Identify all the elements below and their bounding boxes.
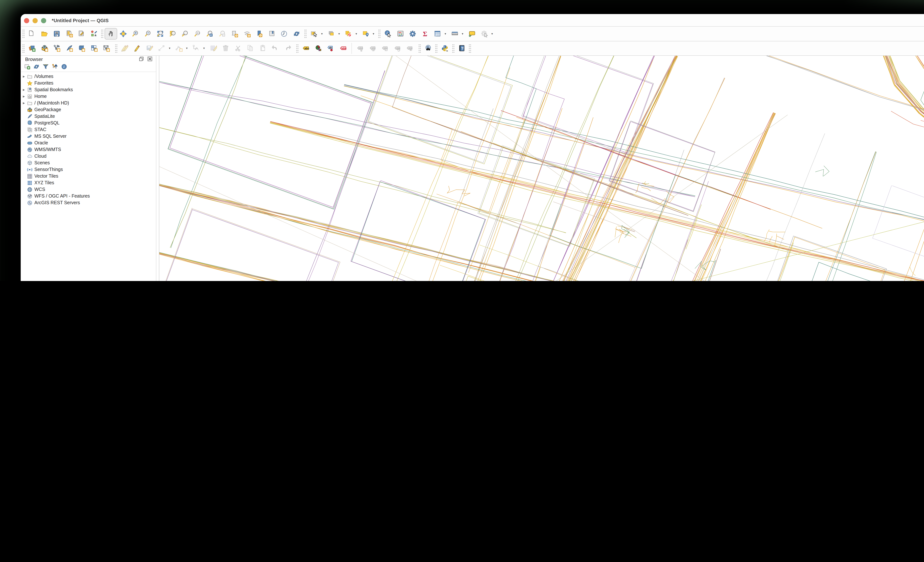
svg-text:i: i: [63, 65, 64, 69]
svg-text:a: a: [94, 33, 96, 37]
svg-text:abc: abc: [408, 47, 413, 49]
svg-text:1:1: 1:1: [196, 32, 200, 34]
svg-text:Σ: Σ: [423, 30, 427, 37]
svg-text:abc: abc: [371, 47, 376, 49]
svg-text:?: ?: [461, 46, 464, 51]
svg-text:i: i: [387, 31, 388, 35]
svg-text:abc: abc: [304, 47, 309, 50]
svg-text:abc: abc: [342, 47, 346, 50]
